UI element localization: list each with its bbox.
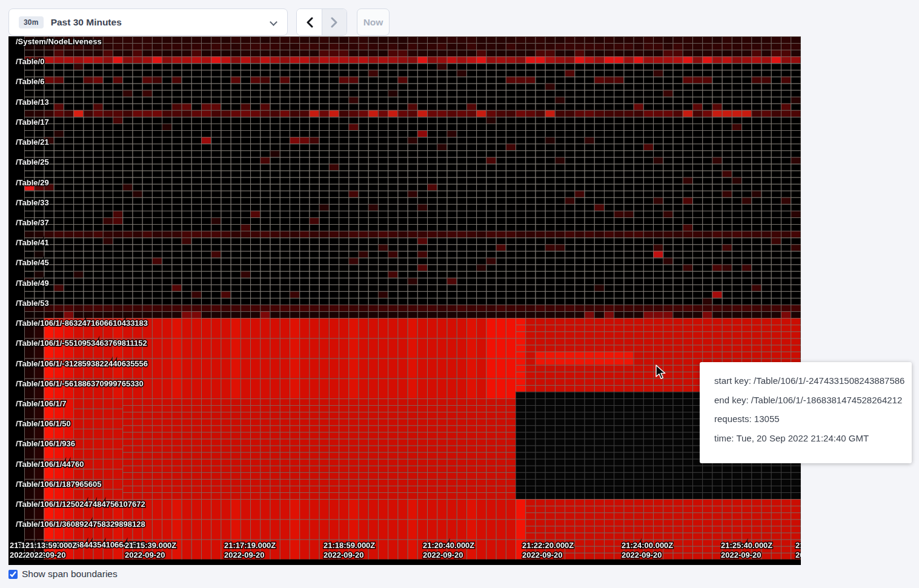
span-tooltip: start key: /Table/106/1/-247433150824388… (700, 362, 912, 463)
tooltip-requests: requests: 13055 (714, 414, 906, 424)
time-nav-group (296, 8, 347, 36)
keyvis-page: 30m Past 30 Minutes Now start key: /Tabl… (0, 0, 919, 588)
show-span-boundaries-checkbox[interactable] (8, 570, 18, 579)
next-time-button[interactable] (322, 9, 347, 35)
tooltip-start-key: start key: /Table/106/1/-247433150824388… (714, 375, 906, 386)
chevron-left-icon (306, 17, 313, 28)
now-button[interactable]: Now (357, 8, 390, 36)
chevron-right-icon (331, 17, 338, 28)
tooltip-end-key: end key: /Table/106/1/-18683814745282642… (714, 395, 906, 405)
footer-controls: Show span boundaries (8, 569, 118, 580)
keyvis-heatmap-container (8, 36, 801, 565)
chevron-down-icon (270, 18, 277, 26)
keyvis-heatmap-canvas[interactable] (8, 36, 801, 565)
prev-time-button[interactable] (297, 9, 322, 35)
time-range-label: Past 30 Minutes (51, 17, 122, 28)
tooltip-time: time: Tue, 20 Sep 2022 21:24:40 GMT (714, 433, 906, 443)
time-range-badge: 30m (19, 16, 44, 28)
time-range-dropdown[interactable]: 30m Past 30 Minutes (8, 8, 288, 36)
show-span-boundaries-label: Show span boundaries (22, 569, 118, 580)
mouse-cursor-icon (655, 365, 666, 381)
